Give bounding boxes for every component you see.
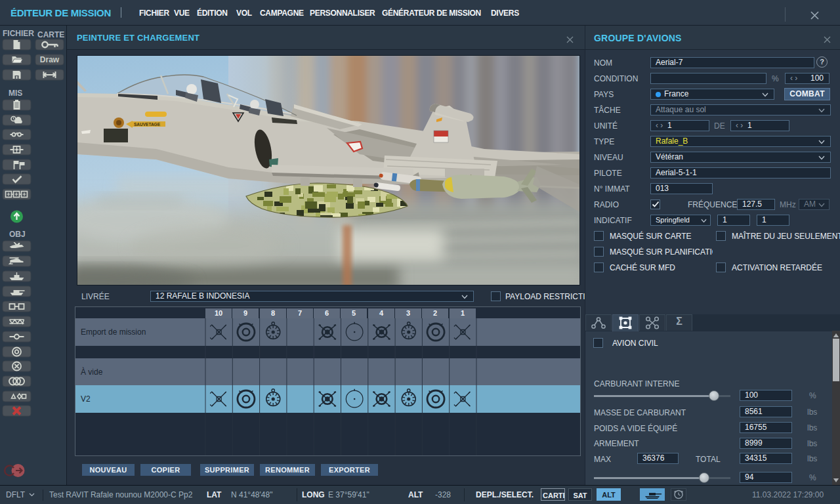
svg-text:Draw: Draw: [40, 55, 60, 64]
svg-text:SAUVETAGE: SAUVETAGE: [134, 122, 161, 127]
